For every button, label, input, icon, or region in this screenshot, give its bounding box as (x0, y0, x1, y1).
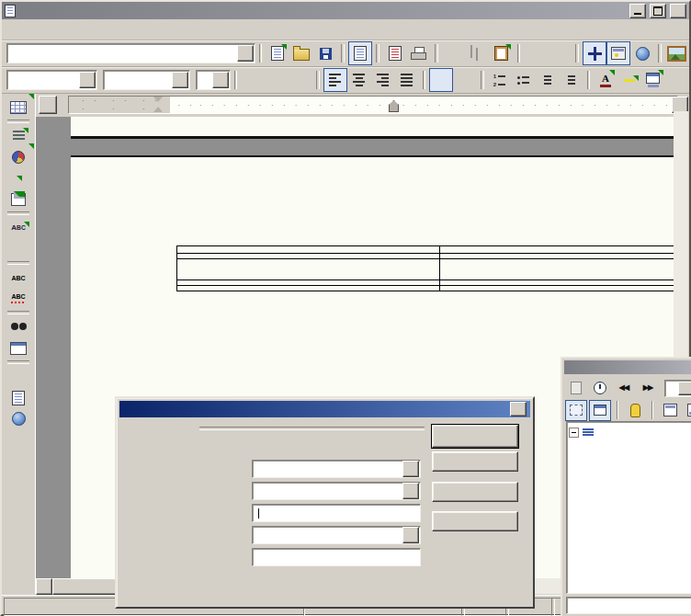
align-right-button[interactable] (371, 68, 395, 92)
numbering-dropdown-button[interactable] (402, 483, 419, 499)
form-functions-button[interactable] (6, 188, 30, 210)
size-dropdown-button[interactable] (212, 72, 229, 88)
highlighting-button[interactable] (617, 68, 641, 92)
navigation-button[interactable] (589, 378, 611, 399)
rtl-direction-button[interactable] (453, 68, 477, 92)
align-left-button[interactable] (323, 68, 347, 92)
font-color-button[interactable]: A (594, 68, 617, 92)
ok-button[interactable] (432, 425, 518, 448)
page-2-bottom[interactable] (71, 117, 674, 139)
help-button[interactable] (432, 482, 518, 502)
insert-object-button[interactable] (6, 146, 30, 167)
category-dropdown-button[interactable] (402, 461, 419, 477)
listbox-toggle-button[interactable] (565, 400, 587, 421)
previous-button[interactable]: ◀◀ (613, 378, 635, 399)
font-dropdown-button[interactable] (172, 72, 188, 88)
minimize-button[interactable] (629, 4, 646, 18)
url-dropdown-button[interactable] (237, 45, 254, 62)
content-view-button[interactable] (589, 400, 611, 421)
category-select[interactable] (252, 460, 421, 478)
hyperlink-button[interactable] (630, 41, 654, 65)
footer-button[interactable] (683, 400, 691, 421)
spin-up-down-buttons[interactable] (678, 382, 691, 395)
maximize-button[interactable] (650, 4, 666, 18)
paragraph-style-combobox[interactable] (6, 70, 97, 90)
tree-item-sect3[interactable] (569, 454, 691, 469)
position-select[interactable] (252, 526, 421, 544)
table-header-cell[interactable] (440, 246, 674, 253)
ltr-direction-button[interactable] (429, 68, 453, 92)
menu-extras[interactable] (80, 27, 95, 32)
table-cell[interactable] (177, 286, 440, 291)
decrease-indent-button[interactable] (536, 68, 560, 92)
table-cell[interactable] (440, 280, 674, 285)
table-cell[interactable] (177, 259, 440, 279)
cancel-button[interactable] (432, 451, 518, 472)
font-name-combobox[interactable] (103, 70, 190, 90)
menu-datei[interactable] (6, 27, 21, 32)
gallery-button[interactable] (665, 41, 689, 65)
options-button[interactable] (432, 511, 518, 531)
scroll-left-button[interactable] (36, 578, 52, 595)
menu-ansicht[interactable] (36, 27, 51, 32)
draw-functions-button[interactable] (6, 167, 30, 188)
auto-spellcheck-button[interactable]: ABC (6, 288, 30, 309)
table-cell[interactable] (177, 280, 440, 285)
direct-cursor-button[interactable] (6, 238, 30, 259)
increase-indent-button[interactable] (560, 68, 583, 92)
edit-file-button[interactable] (348, 41, 372, 65)
url-combobox[interactable] (6, 43, 255, 63)
online-layout-button[interactable] (6, 408, 30, 429)
horizontal-ruler[interactable]: · · (68, 96, 678, 114)
table-cell[interactable] (440, 286, 674, 291)
caption-text-input[interactable] (252, 504, 421, 522)
navigator-document-list[interactable] (566, 597, 691, 614)
menu-hilfe[interactable] (109, 27, 124, 32)
bold-button[interactable] (241, 68, 265, 92)
table-row[interactable] (177, 286, 674, 291)
header-button[interactable] (659, 400, 681, 421)
export-pdf-button[interactable] (383, 41, 407, 65)
tree-item-articleinfo[interactable] (569, 439, 691, 454)
table-cell[interactable] (440, 259, 674, 279)
set-reminder-button[interactable] (624, 400, 646, 421)
print-button[interactable] (407, 41, 431, 65)
copy-button[interactable] (466, 41, 490, 65)
collapse-icon[interactable] (569, 428, 579, 438)
paragraph-background-button[interactable] (641, 68, 665, 92)
table-row[interactable] (177, 259, 674, 280)
undo-button[interactable] (524, 41, 548, 65)
navigator-toggle-button[interactable] (583, 41, 606, 65)
numbering-select[interactable] (252, 482, 421, 500)
stylist-toggle-button[interactable] (606, 41, 630, 65)
align-center-button[interactable] (347, 68, 371, 92)
redo-button[interactable] (548, 41, 572, 65)
justify-button[interactable] (395, 68, 419, 92)
table-header-cell[interactable] (177, 246, 440, 253)
paste-button[interactable] (490, 41, 514, 65)
table-header-row[interactable] (177, 246, 674, 254)
data-sources-button[interactable] (6, 337, 30, 359)
open-button[interactable] (289, 41, 313, 65)
italic-button[interactable] (265, 68, 289, 92)
insert-table-button[interactable] (6, 97, 30, 118)
position-dropdown-button[interactable] (402, 527, 419, 543)
tab-type-button[interactable] (39, 96, 57, 114)
table-cell[interactable] (177, 254, 440, 258)
menu-fenster[interactable] (95, 27, 109, 32)
menu-format[interactable] (65, 27, 80, 32)
font-size-combobox[interactable] (196, 70, 231, 90)
insert-fields-button[interactable] (6, 125, 30, 146)
cut-button[interactable] (442, 41, 466, 65)
toggle-button[interactable] (565, 378, 587, 399)
numbered-list-button[interactable]: 12 (488, 68, 512, 92)
new-document-button[interactable] (266, 41, 289, 65)
document-table[interactable] (176, 245, 674, 291)
tree-item-bereiche[interactable] (569, 425, 691, 439)
page-number-spinbox[interactable] (664, 380, 691, 397)
graphics-on-off-button[interactable] (6, 387, 30, 408)
object-name-input[interactable] (252, 548, 421, 566)
menu-bearbeiten[interactable] (21, 27, 36, 32)
toolbar-more-button[interactable] (663, 70, 687, 94)
find-replace-button[interactable] (6, 316, 30, 337)
